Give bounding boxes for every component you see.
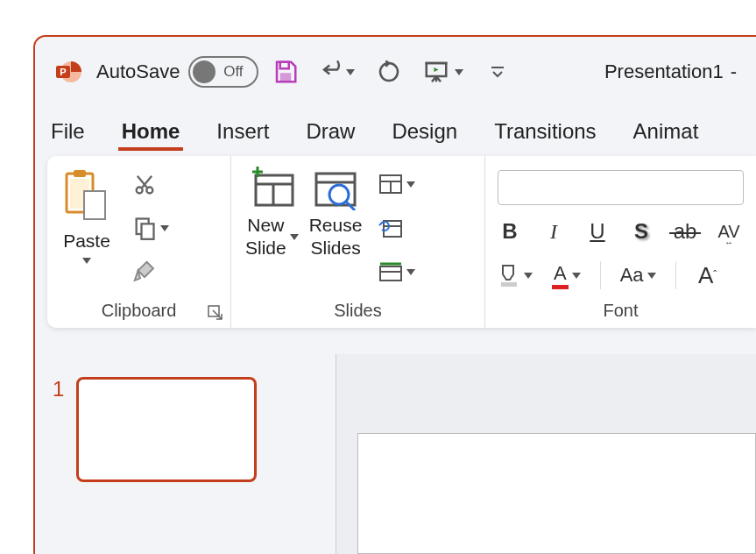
bold-button[interactable]: B bbox=[498, 219, 522, 244]
svg-point-27 bbox=[329, 185, 349, 204]
svg-point-5 bbox=[380, 63, 398, 81]
save-button[interactable] bbox=[272, 59, 299, 85]
present-dropdown-icon bbox=[455, 69, 463, 75]
cut-button[interactable] bbox=[124, 167, 165, 202]
toggle-knob bbox=[193, 60, 215, 83]
tab-home[interactable]: Home bbox=[118, 114, 184, 151]
group-font: B I U S ab AV ↔ A bbox=[485, 156, 756, 328]
workspace: 1 bbox=[35, 354, 756, 554]
separator bbox=[675, 261, 676, 289]
tab-file[interactable]: File bbox=[47, 114, 88, 151]
format-painter-button[interactable] bbox=[124, 254, 165, 289]
undo-button[interactable] bbox=[320, 59, 355, 85]
reuse-slides-button[interactable]: Reuse Slides bbox=[304, 163, 368, 264]
svg-rect-3 bbox=[280, 62, 289, 69]
autosave-control: AutoSave Off bbox=[96, 56, 258, 88]
reuse-slides-label: Reuse Slides bbox=[309, 214, 363, 260]
clipboard-dialog-launcher[interactable] bbox=[208, 305, 223, 321]
svg-rect-12 bbox=[84, 191, 105, 219]
slide-number: 1 bbox=[53, 377, 64, 401]
paintbrush-icon bbox=[131, 259, 158, 285]
tab-design[interactable]: Design bbox=[388, 114, 461, 151]
svg-rect-32 bbox=[384, 221, 401, 237]
paste-button[interactable]: Paste bbox=[56, 163, 117, 267]
slide-canvas[interactable] bbox=[357, 433, 756, 554]
tab-draw[interactable]: Draw bbox=[302, 114, 358, 151]
slide-thumbnail-panel[interactable]: 1 bbox=[35, 354, 336, 554]
separator bbox=[600, 261, 601, 289]
grow-font-button[interactable]: Aˆ bbox=[696, 262, 720, 289]
ribbon: Paste Clipboard bbox=[47, 156, 756, 328]
layout-dropdown-icon bbox=[406, 181, 415, 188]
paste-label: Paste bbox=[63, 230, 110, 252]
highlight-dropdown-icon bbox=[524, 273, 533, 279]
reset-button[interactable] bbox=[371, 210, 411, 245]
svg-rect-25 bbox=[316, 174, 355, 205]
new-slide-icon bbox=[247, 167, 296, 210]
section-icon bbox=[378, 261, 403, 282]
group-clipboard: Paste Clipboard bbox=[47, 156, 231, 328]
slides-group-label: Slides bbox=[231, 297, 484, 328]
new-slide-dropdown-icon bbox=[290, 234, 299, 240]
app-window: P AutoSave Off bbox=[33, 35, 756, 554]
tab-transitions[interactable]: Transitions bbox=[491, 114, 599, 151]
copy-button[interactable] bbox=[124, 210, 177, 245]
svg-rect-10 bbox=[74, 170, 86, 177]
group-slides: New Slide Reuse Slides bbox=[231, 156, 485, 328]
slide-canvas-area bbox=[336, 354, 756, 554]
new-slide-label: New Slide bbox=[245, 214, 286, 260]
new-slide-button[interactable]: New Slide bbox=[240, 163, 304, 264]
present-button[interactable] bbox=[423, 59, 463, 85]
highlight-button[interactable] bbox=[498, 262, 533, 288]
highlight-icon bbox=[498, 262, 520, 288]
paste-dropdown-icon[interactable] bbox=[82, 258, 91, 264]
customize-qat-button[interactable] bbox=[490, 64, 505, 80]
svg-rect-18 bbox=[142, 224, 154, 239]
svg-text:P: P bbox=[60, 67, 66, 77]
font-color-button[interactable]: A bbox=[552, 262, 581, 289]
layout-icon bbox=[378, 174, 403, 195]
scissors-icon bbox=[132, 172, 157, 196]
ribbon-tabs: File Home Insert Draw Design Transitions… bbox=[35, 107, 756, 151]
section-dropdown-icon bbox=[406, 269, 415, 275]
layout-button[interactable] bbox=[371, 167, 423, 202]
title-separator: - bbox=[731, 60, 737, 83]
section-button[interactable] bbox=[371, 254, 423, 289]
tab-insert[interactable]: Insert bbox=[213, 114, 272, 151]
copy-icon bbox=[132, 216, 157, 240]
thumbnail-row: 1 bbox=[53, 377, 318, 482]
title-bar: P AutoSave Off bbox=[35, 37, 756, 107]
quick-access-toolbar bbox=[272, 59, 505, 85]
reset-icon bbox=[378, 217, 403, 238]
shadow-button[interactable]: S bbox=[629, 219, 654, 244]
font-color-dropdown-icon bbox=[572, 273, 581, 279]
char-spacing-button[interactable]: AV ↔ bbox=[717, 222, 741, 242]
font-name-input[interactable] bbox=[498, 170, 744, 205]
font-group-label: Font bbox=[485, 297, 756, 328]
redo-button[interactable] bbox=[376, 59, 402, 85]
powerpoint-icon: P bbox=[54, 58, 82, 86]
clipboard-group-label: Clipboard bbox=[47, 297, 230, 328]
svg-rect-4 bbox=[280, 73, 292, 82]
svg-rect-37 bbox=[501, 282, 517, 287]
slide-thumbnail[interactable] bbox=[76, 377, 257, 482]
document-name: Presentation1 bbox=[604, 60, 724, 83]
copy-dropdown-icon bbox=[160, 225, 169, 231]
change-case-button[interactable]: Aa bbox=[620, 264, 656, 287]
autosave-label: AutoSave bbox=[96, 60, 180, 83]
undo-dropdown-icon bbox=[346, 69, 355, 75]
reuse-slides-icon bbox=[311, 167, 360, 210]
italic-button[interactable]: I bbox=[541, 220, 566, 244]
svg-rect-34 bbox=[380, 266, 401, 281]
document-title[interactable]: Presentation1 - bbox=[604, 60, 737, 83]
autosave-toggle[interactable]: Off bbox=[188, 56, 258, 88]
underline-button[interactable]: U bbox=[585, 219, 610, 244]
autosave-state: Off bbox=[215, 63, 254, 81]
strikethrough-button[interactable]: ab bbox=[673, 219, 697, 244]
case-dropdown-icon bbox=[647, 273, 656, 279]
tab-animations[interactable]: Animat bbox=[630, 114, 703, 151]
paste-icon bbox=[61, 167, 112, 226]
